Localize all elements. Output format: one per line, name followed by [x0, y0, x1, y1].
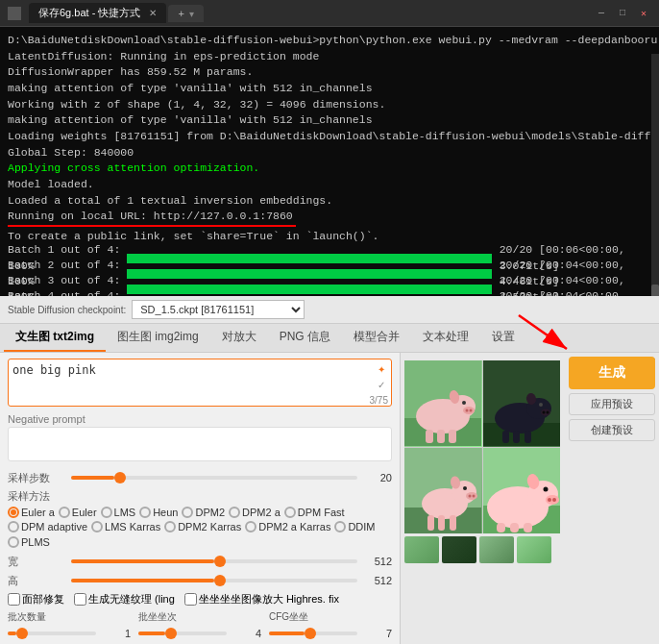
sampler-plms[interactable]: PLMS — [8, 536, 50, 548]
terminal-line-1: D:\BaiduNetdiskDownload\stable-diffusion… — [8, 33, 651, 49]
height-thumb[interactable] — [214, 575, 226, 586]
batch-size-slider[interactable] — [138, 626, 227, 641]
neg-prompt-input[interactable] — [8, 427, 392, 461]
batch-count-row: 1 — [8, 626, 131, 641]
svg-rect-48 — [524, 523, 532, 533]
svg-point-7 — [470, 409, 473, 412]
svg-rect-0 — [8, 7, 21, 20]
height-slider[interactable] — [71, 573, 357, 588]
titlebar-tab-main[interactable]: 保存6g.bat - 快捷方式 ✕ — [29, 3, 166, 23]
terminal-wrapper: D:\BaiduNetdiskDownload\stable-diffusion… — [0, 27, 659, 296]
prompt-icon-check[interactable]: ✓ — [375, 378, 388, 391]
svg-rect-23 — [513, 431, 520, 443]
tab-close-icon[interactable]: ✕ — [149, 8, 157, 18]
restore-faces-checkbox[interactable] — [8, 593, 20, 606]
batch-count-thumb[interactable] — [16, 628, 28, 639]
tiling-checkbox[interactable] — [74, 593, 86, 606]
sampler-ddim[interactable]: DDIM — [334, 521, 375, 533]
sampler-dpm-adaptive[interactable]: DPM adaptive — [8, 521, 87, 533]
batch-size-thumb[interactable] — [165, 628, 177, 639]
prompt-icon-add[interactable]: ✦ — [375, 362, 388, 376]
batch-count-slider[interactable] — [8, 626, 96, 641]
svg-rect-12 — [449, 430, 456, 443]
checkpoint-select[interactable]: SD_1.5.ckpt [81761151] — [132, 300, 305, 319]
batch-size-value: 4 — [232, 628, 261, 639]
thumbnail-2[interactable] — [442, 536, 476, 563]
tab-settings[interactable]: 设置 — [480, 324, 526, 352]
titlebar-tabs: 保存6g.bat - 快捷方式 ✕ + ▾ — [29, 3, 204, 23]
sampler-lms[interactable]: LMS — [101, 507, 136, 518]
tab-textprocess[interactable]: 文本处理 — [411, 324, 480, 352]
terminal-scrollbar[interactable] — [651, 54, 659, 323]
minimize-button[interactable]: — — [594, 6, 609, 21]
tiling-option[interactable]: 生成无缝纹理 (ling — [74, 592, 175, 607]
steps-thumb[interactable] — [114, 472, 126, 483]
sampler-dpm2a-karras[interactable]: DPM2 a Karras — [245, 521, 330, 533]
steps-row: 采样步数 20 — [8, 470, 392, 485]
prompt-input[interactable]: one big pink — [8, 359, 392, 407]
svg-point-42 — [548, 498, 551, 502]
radio-dot-lms — [101, 507, 112, 518]
tab-merge[interactable]: 模型合并 — [342, 324, 411, 352]
highres-option[interactable]: 坐坐坐坐图像放大 Highres. fix — [184, 592, 339, 607]
height-track — [71, 579, 357, 582]
tab-upscale[interactable]: 对放大 — [210, 324, 268, 352]
batch-count-col: 批次数量 1 — [8, 610, 131, 644]
highres-checkbox[interactable] — [184, 593, 197, 606]
batch-size-track — [138, 632, 227, 635]
thumbnails — [404, 536, 563, 563]
right-panel: 生成 应用预设 创建预设 ✕ — [400, 353, 659, 644]
app-icon — [8, 7, 21, 20]
maximize-button[interactable]: □ — [615, 6, 630, 21]
progress-fill-1 — [127, 254, 492, 263]
terminal[interactable]: D:\BaiduNetdiskDownload\stable-diffusion… — [0, 27, 659, 296]
tab-txt2img[interactable]: 文生图 txt2img — [4, 324, 106, 352]
svg-rect-35 — [438, 515, 445, 531]
close-button[interactable]: ✕ — [636, 6, 651, 21]
width-slider[interactable] — [71, 554, 357, 569]
svg-rect-22 — [502, 431, 509, 443]
sampler-dpm2a[interactable]: DPM2 a — [229, 507, 281, 518]
width-thumb[interactable] — [214, 556, 226, 567]
thumbnail-1[interactable] — [404, 536, 439, 563]
cfg-row: 7 — [269, 626, 392, 641]
batch-size-col: 批坐坐次 4 — [138, 610, 261, 644]
batch-count-label: 批次数量 — [8, 610, 131, 624]
checkpoint-bar: Stable Diffusion checkpoint: SD_1.5.ckpt… — [0, 296, 659, 324]
steps-slider[interactable] — [71, 470, 357, 485]
terminal-line-3: DiffusionWrapper has 859.52 M params. — [8, 64, 651, 81]
radio-dot-dpm2-karras — [164, 521, 176, 533]
tab-img2img[interactable]: 图生图 img2img — [106, 324, 210, 352]
sampler-euler-a[interactable]: Euler a — [8, 507, 55, 518]
checkpoint-label: Stable Diffusion checkpoint: — [8, 305, 126, 315]
svg-point-29 — [466, 492, 477, 500]
image-cell-3 — [404, 448, 482, 534]
image-cell-4 — [483, 448, 561, 534]
terminal-line-url: Running on local URL: http://127.0.0.1:7… — [8, 209, 651, 225]
terminal-line-7: Loading weights [81761151] from D:\Baidu… — [8, 129, 651, 145]
radio-dot-dpm2a — [229, 507, 240, 518]
radio-dot-euler-a — [8, 507, 19, 518]
tab-png-info[interactable]: PNG 信息 — [268, 324, 342, 352]
sampler-lms-karras[interactable]: LMS Karras — [91, 521, 160, 533]
sampler-dpm2-karras[interactable]: DPM2 Karras — [164, 521, 241, 533]
generate-button[interactable]: 生成 — [569, 357, 655, 389]
image-cell-1 — [404, 360, 482, 447]
tab-dropdown-icon[interactable]: ▾ — [189, 9, 194, 19]
terminal-line-5: Working with z of shape (1, 4, 32, 32) =… — [8, 97, 651, 113]
titlebar-new-tab[interactable]: + ▾ — [168, 5, 204, 22]
sampler-heun[interactable]: Heun — [139, 507, 178, 518]
app-window: 保存6g.bat - 快捷方式 ✕ + ▾ — □ ✕ D:\BaiduNetd… — [0, 0, 659, 644]
create-style-button[interactable]: 创建预设 — [569, 419, 655, 441]
titlebar-left: 保存6g.bat - 快捷方式 ✕ + ▾ — [8, 3, 204, 23]
restore-faces-option[interactable]: 面部修复 — [8, 592, 64, 607]
cfg-slider[interactable] — [269, 626, 357, 641]
cfg-thumb[interactable] — [305, 628, 316, 639]
sampler-dpm2[interactable]: DPM2 — [182, 507, 225, 518]
thumbnail-4[interactable] — [517, 536, 551, 563]
sampler-euler[interactable]: Euler — [59, 507, 97, 518]
thumbnail-3[interactable] — [479, 536, 514, 563]
apply-style-button[interactable]: 应用预设 — [569, 393, 655, 415]
sampler-dpmfast[interactable]: DPM Fast — [284, 507, 345, 518]
generate-area: 生成 应用预设 创建预设 — [569, 357, 655, 441]
